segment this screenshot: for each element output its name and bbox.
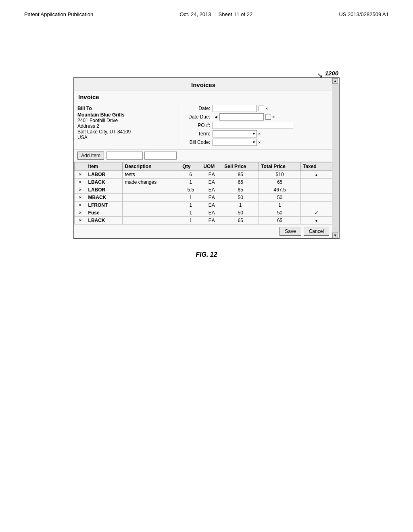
dialog-inner: Invoices Invoice Bill To Mountain Blue G… [74,78,332,238]
header-left: Patent Application Publication [24,11,93,17]
pub-date: Oct. 24, 2013 [179,11,211,17]
invoice-dialog: ▲ ▼ Invoices Invoice Bill To Mountain Bl… [73,77,340,239]
sell-price-cell: 85 [222,186,259,194]
qty-cell: 1 [180,194,201,202]
bill-code-dropdown[interactable]: ▼ [213,139,257,146]
invoice-label: Invoice [78,94,99,100]
taxed-cell: ▼ [301,217,332,224]
delete-icon[interactable]: × [79,202,81,208]
total-price-cell: 1 [259,202,301,209]
delete-cell[interactable]: × [75,202,86,209]
bill-to-address2: Address 2 [77,123,175,129]
delete-icon[interactable]: × [79,187,81,193]
bill-date-row: Bill To Mountain Blue Grills 2401 Foothi… [74,103,332,149]
qty-cell: 1 [180,209,201,217]
scroll-track [332,84,339,233]
table-row: × LBACK made changes 1 EA 65 65 [75,179,332,186]
description-cell [123,202,180,209]
sell-price-cell: 50 [222,194,259,202]
delete-cell[interactable]: × [75,217,86,224]
bill-to-city: Salt Lake City, UT 84109 [77,129,175,135]
col-header-qty: Qty [180,162,201,171]
sell-price-cell: 1 [222,202,259,209]
qty-cell: 1 [180,202,201,209]
total-price-cell: 65 [259,179,301,186]
add-item-button[interactable]: Add Item [77,152,104,160]
add-item-input-2[interactable] [144,152,177,160]
delete-icon[interactable]: × [79,179,81,185]
date-due-input[interactable] [219,113,264,121]
total-price-cell: 467.5 [259,186,301,194]
po-field-row: PO #: [182,122,329,129]
bill-to-section: Bill To Mountain Blue Grills 2401 Foothi… [74,103,179,149]
bill-code-field-row: Bill Code: ▼ × [182,139,329,146]
table-row: × Fuse 1 EA 50 50 ✓ [75,209,332,217]
date-field-row: Date: × [182,105,329,112]
term-field-row: Term: ▼ × [182,130,329,137]
uom-cell: EA [201,186,222,194]
description-cell [123,194,180,202]
po-input[interactable] [213,122,293,129]
delete-icon[interactable]: × [79,210,81,216]
item-cell: LFRONT [86,202,123,209]
header-right: US 2013/0282509 A1 [339,11,389,17]
delete-cell[interactable]: × [75,171,86,179]
bill-to-address1: 2401 Foothill Drive [77,118,175,123]
cancel-button[interactable]: Cancel [304,227,329,236]
bill-to-label: Bill To [77,106,175,111]
delete-icon[interactable]: × [79,218,81,223]
invoice-section-header: Invoice [74,91,332,103]
term-dropdown[interactable]: ▼ [213,130,257,137]
items-table: Item Description Qty UOM Sell Price Tota… [74,162,332,224]
date-due-field-row: Date Due: ◄ × [182,113,329,121]
table-row: × LBACK 1 EA 65 65 ▼ [75,217,332,224]
delete-cell[interactable]: × [75,194,86,202]
delete-icon[interactable]: × [79,172,81,177]
col-header-delete [75,162,86,171]
sell-price-cell: 65 [222,217,259,224]
publication-label: Patent Application Publication [24,11,93,17]
uom-cell: EA [201,194,222,202]
dialog-bottom: Save Cancel [74,224,332,238]
delete-cell[interactable]: × [75,186,86,194]
page-header: Patent Application Publication Oct. 24, … [0,0,413,21]
qty-cell: 6 [180,171,201,179]
dialog-title: Invoices [74,78,332,91]
bill-to-company: Mountain Blue Grills [77,112,175,118]
item-cell: LABOR [86,171,123,179]
delete-icon[interactable]: × [79,195,81,200]
uom-cell: EA [201,202,222,209]
scroll-down-button[interactable]: ▼ [332,233,338,238]
add-item-input-1[interactable] [106,152,143,160]
sell-price-cell: 65 [222,179,259,186]
item-cell: LBACK [86,179,123,186]
date-due-arrow-icon: ◄ [214,114,218,119]
scroll-up-button[interactable]: ▲ [332,78,338,84]
ref-number: 1200 [325,70,338,77]
table-row: × LFRONT 1 EA 1 1 [75,202,332,209]
item-cell: Fuse [86,209,123,217]
date-checkbox[interactable] [259,106,264,111]
table-row: × LABOR tests 6 EA 85 510 ▲ [75,171,332,179]
save-button[interactable]: Save [280,227,301,236]
qty-cell: 1 [180,217,201,224]
table-header-row: Item Description Qty UOM Sell Price Tota… [75,162,332,171]
bill-code-clear-button[interactable]: × [258,140,261,145]
scrollbar[interactable]: ▲ ▼ [332,78,339,238]
qty-cell: 5.5 [180,186,201,194]
taxed-cell [301,179,332,186]
col-header-taxed: Taxed [301,162,332,171]
uom-cell: EA [201,217,222,224]
delete-cell[interactable]: × [75,179,86,186]
add-item-row: Add Item [74,149,332,162]
date-input[interactable] [213,105,257,112]
term-clear-button[interactable]: × [258,131,261,136]
taxed-cell [301,186,332,194]
bill-code-dropdown-arrow-icon: ▼ [252,140,256,144]
date-due-clear-button[interactable]: × [272,114,275,119]
date-due-checkbox[interactable] [265,114,271,120]
date-clear-button[interactable]: × [265,106,268,111]
delete-cell[interactable]: × [75,209,86,217]
taxed-cell [301,194,332,202]
description-cell: tests [123,171,180,179]
